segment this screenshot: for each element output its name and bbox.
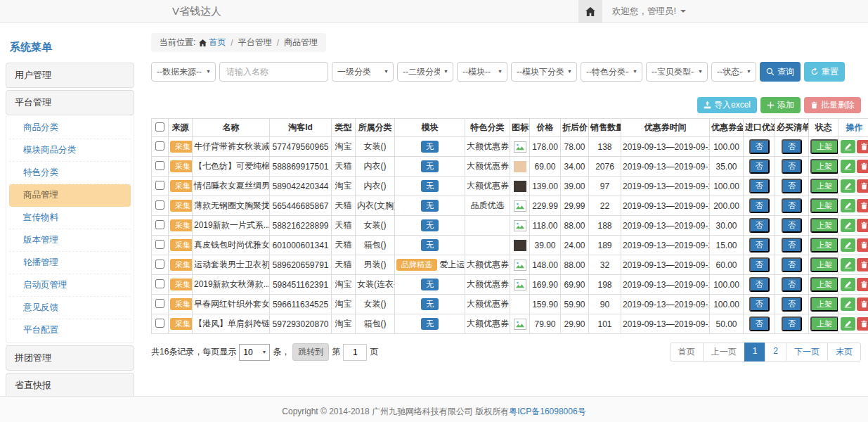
filter-select-状态[interactable]: --状态-- bbox=[711, 62, 756, 82]
import-select-toggle[interactable]: 否 bbox=[749, 297, 770, 312]
jump-button[interactable]: 跳转到 bbox=[292, 343, 329, 361]
sidebar-item-轮播管理[interactable]: 轮播管理 bbox=[9, 252, 131, 274]
sidebar-section-拼团管理[interactable]: 拼团管理 bbox=[6, 345, 134, 371]
row-checkbox[interactable] bbox=[155, 200, 164, 210]
status-toggle[interactable]: 上架 bbox=[810, 297, 838, 312]
delete-button[interactable] bbox=[857, 298, 868, 311]
row-checkbox[interactable] bbox=[155, 299, 164, 308]
per-page-select[interactable]: 10 bbox=[239, 344, 270, 361]
edit-button[interactable] bbox=[841, 219, 855, 232]
edit-button[interactable] bbox=[841, 298, 855, 311]
must-buy-toggle[interactable]: 否 bbox=[782, 159, 802, 174]
status-toggle[interactable]: 上架 bbox=[810, 277, 838, 292]
pager-button-末页[interactable]: 末页 bbox=[827, 343, 861, 362]
delete-button[interactable] bbox=[857, 238, 868, 252]
sidebar-item-平台配置[interactable]: 平台配置 bbox=[9, 319, 131, 341]
status-toggle[interactable]: 上架 bbox=[810, 257, 838, 272]
sidebar-section-省直快报[interactable]: 省直快报 bbox=[6, 373, 134, 396]
sidebar-item-特色分类[interactable]: 特色分类 bbox=[9, 162, 131, 184]
name-search-input[interactable] bbox=[219, 62, 328, 82]
status-toggle[interactable]: 上架 bbox=[810, 159, 838, 174]
row-checkbox[interactable] bbox=[155, 319, 164, 328]
delete-button[interactable] bbox=[857, 219, 868, 232]
pager-button-首页[interactable]: 首页 bbox=[670, 343, 704, 362]
filter-select-特色分类[interactable]: --特色分类-- bbox=[581, 62, 642, 82]
pager-button-上一页[interactable]: 上一页 bbox=[703, 343, 745, 362]
filter-select-一级分类[interactable]: 一级分类 bbox=[332, 62, 394, 82]
edit-button[interactable] bbox=[841, 160, 855, 173]
filter-select-宝贝类型[interactable]: --宝贝类型-- bbox=[646, 62, 708, 82]
edit-button[interactable] bbox=[841, 258, 855, 271]
row-checkbox[interactable] bbox=[155, 141, 164, 151]
delete-button[interactable] bbox=[857, 258, 868, 271]
pager-button-下一页[interactable]: 下一页 bbox=[786, 343, 828, 362]
row-checkbox[interactable] bbox=[155, 279, 164, 288]
status-toggle[interactable]: 上架 bbox=[810, 139, 838, 154]
sidebar-item-宣传物料[interactable]: 宣传物料 bbox=[9, 207, 131, 229]
import-select-toggle[interactable]: 否 bbox=[749, 257, 770, 272]
sidebar-item-模块商品分类[interactable]: 模块商品分类 bbox=[9, 139, 131, 162]
edit-button[interactable] bbox=[841, 179, 855, 193]
sidebar-item-商品管理[interactable]: 商品管理 bbox=[9, 184, 131, 207]
must-buy-toggle[interactable]: 否 bbox=[782, 179, 802, 193]
must-buy-toggle[interactable]: 否 bbox=[782, 297, 802, 312]
must-buy-toggle[interactable]: 否 bbox=[782, 277, 802, 292]
row-checkbox[interactable] bbox=[155, 240, 164, 249]
sidebar-section-平台管理[interactable]: 平台管理 bbox=[6, 90, 134, 115]
import-select-toggle[interactable]: 否 bbox=[749, 277, 770, 292]
sidebar-item-版本管理[interactable]: 版本管理 bbox=[9, 229, 131, 252]
must-buy-toggle[interactable]: 否 bbox=[782, 139, 802, 154]
must-buy-toggle[interactable]: 否 bbox=[782, 257, 802, 272]
edit-button[interactable] bbox=[841, 278, 855, 291]
delete-button[interactable] bbox=[857, 278, 868, 291]
edit-button[interactable] bbox=[841, 199, 855, 212]
status-toggle[interactable]: 上架 bbox=[810, 198, 838, 213]
status-toggle[interactable]: 上架 bbox=[810, 238, 838, 252]
edit-button[interactable] bbox=[841, 140, 855, 153]
data-source-select[interactable]: --数据来源-- bbox=[151, 62, 216, 82]
breadcrumb-home-link[interactable]: 首页 bbox=[199, 37, 226, 49]
delete-button[interactable] bbox=[857, 179, 868, 193]
search-button[interactable]: 查询 bbox=[760, 62, 801, 82]
user-menu[interactable]: 欢迎您，管理员! bbox=[602, 0, 696, 23]
edit-button[interactable] bbox=[841, 238, 855, 252]
status-toggle[interactable]: 上架 bbox=[810, 179, 838, 193]
import-select-toggle[interactable]: 否 bbox=[749, 179, 770, 193]
home-nav-button[interactable] bbox=[578, 0, 602, 23]
batch-delete-button[interactable]: 批量删除 bbox=[804, 97, 861, 113]
delete-button[interactable] bbox=[857, 199, 868, 212]
delete-button[interactable] bbox=[857, 160, 868, 173]
delete-button[interactable] bbox=[857, 317, 868, 331]
import-select-toggle[interactable]: 否 bbox=[749, 139, 770, 154]
sidebar-item-商品分类[interactable]: 商品分类 bbox=[9, 117, 131, 139]
edit-button[interactable] bbox=[841, 317, 855, 331]
pager-button-2[interactable]: 2 bbox=[765, 343, 786, 362]
reset-button[interactable]: 重置 bbox=[804, 62, 845, 82]
row-checkbox[interactable] bbox=[155, 260, 164, 269]
row-checkbox[interactable] bbox=[155, 161, 164, 170]
row-checkbox[interactable] bbox=[155, 220, 164, 229]
filter-select-模块下分类[interactable]: --模块下分类-- bbox=[511, 62, 577, 82]
filter-select-二级分类[interactable]: --二级分类-- bbox=[397, 62, 453, 82]
select-all-checkbox[interactable] bbox=[155, 122, 164, 132]
import-select-toggle[interactable]: 否 bbox=[749, 218, 770, 233]
icp-link[interactable]: 粤ICP备16098006号 bbox=[509, 407, 585, 416]
import-select-toggle[interactable]: 否 bbox=[749, 159, 770, 174]
must-buy-toggle[interactable]: 否 bbox=[782, 238, 802, 252]
delete-button[interactable] bbox=[857, 140, 868, 153]
import-select-toggle[interactable]: 否 bbox=[749, 316, 770, 331]
pager-button-1[interactable]: 1 bbox=[744, 343, 766, 362]
import-select-toggle[interactable]: 否 bbox=[749, 198, 770, 213]
page-number-input[interactable] bbox=[343, 344, 367, 361]
add-button[interactable]: 添加 bbox=[760, 97, 801, 113]
row-checkbox[interactable] bbox=[155, 181, 164, 190]
import-select-toggle[interactable]: 否 bbox=[749, 238, 770, 252]
sidebar-item-启动页管理[interactable]: 启动页管理 bbox=[9, 274, 131, 297]
import-excel-button[interactable]: 导入excel bbox=[697, 97, 757, 113]
filter-select-模块[interactable]: --模块-- bbox=[457, 62, 507, 82]
must-buy-toggle[interactable]: 否 bbox=[782, 316, 802, 331]
must-buy-toggle[interactable]: 否 bbox=[782, 198, 802, 213]
sidebar-section-用户管理[interactable]: 用户管理 bbox=[6, 63, 134, 88]
must-buy-toggle[interactable]: 否 bbox=[782, 218, 802, 233]
sidebar-item-意见反馈[interactable]: 意见反馈 bbox=[9, 297, 131, 319]
